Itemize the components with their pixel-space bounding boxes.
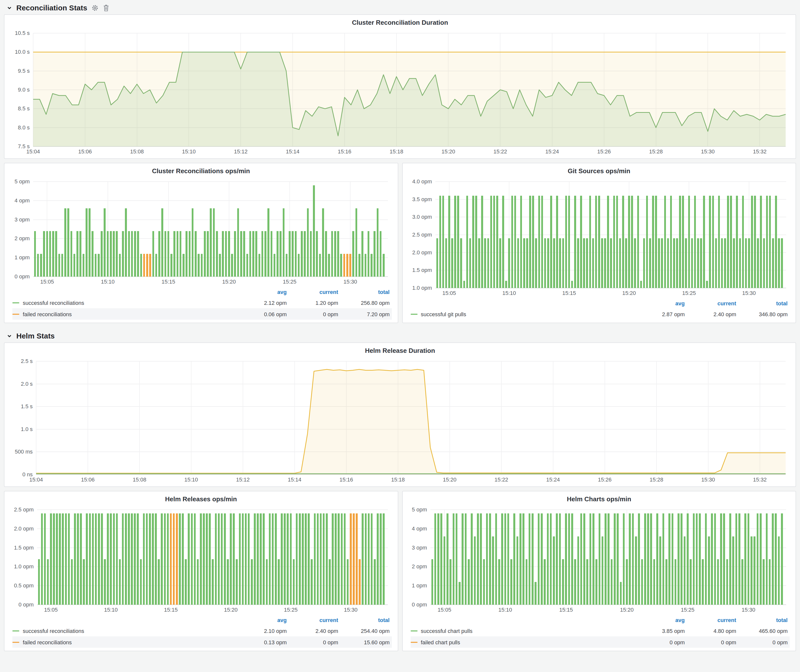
panel-git-sources-ops: Git Sources ops/min 1.0 opm1.5 opm2.0 op… [402,163,796,323]
svg-text:15:16: 15:16 [339,477,353,483]
section-title[interactable]: Reconciliation Stats [16,3,87,12]
legend-header-current[interactable]: current [289,289,340,295]
svg-text:15:30: 15:30 [701,477,715,483]
svg-text:2.0 opm: 2.0 opm [14,526,34,532]
svg-text:15:14: 15:14 [288,477,301,483]
trash-icon[interactable] [103,4,110,11]
legend-series-name[interactable]: successful git pulls [410,311,635,317]
legend-header-avg[interactable]: avg [635,300,687,306]
svg-text:1.5 opm: 1.5 opm [14,545,34,551]
legend-value-current: 4.80 opm [687,628,738,634]
svg-text:4 opm: 4 opm [14,197,30,204]
svg-text:15:18: 15:18 [391,477,405,483]
panel-helm-releases-ops: Helm Releases ops/min 0 opm0.5 opm1.0 op… [4,491,398,651]
panel-title[interactable]: Cluster Reconciliation Duration [10,17,790,28]
legend-value-total: 0 opm [738,639,790,645]
svg-text:15:30: 15:30 [343,278,357,285]
legend-header-avg[interactable]: avg [635,617,687,623]
svg-text:15:26: 15:26 [597,149,611,155]
legend-row-successful: successful git pulls 2.87 opm 2.40 opm 3… [410,308,790,320]
svg-text:15:28: 15:28 [650,477,663,483]
row-ops: Cluster Reconciliations ops/min 0 opm1 o… [4,163,796,323]
svg-text:15:22: 15:22 [493,149,507,155]
helm-charts-chart[interactable]: 0 opm1 opm2 opm3 opm4 opm5 opm15:0515:10… [407,505,790,614]
legend-value-total: 254.40 opm [340,628,392,634]
legend-header-avg[interactable]: avg [237,289,289,295]
legend-row-failed: failed reconciliations 0.06 opm 0 opm 7.… [12,308,392,320]
panel-cluster-reconciliations-ops: Cluster Reconciliations ops/min 0 opm1 o… [4,163,398,323]
svg-text:1 opm: 1 opm [412,582,427,589]
legend-value-avg: 2.10 opm [237,628,289,634]
legend-value-avg: 3.85 opm [635,628,687,634]
svg-text:5 opm: 5 opm [14,178,30,185]
svg-text:15:25: 15:25 [283,278,296,285]
svg-text:15:10: 15:10 [498,607,512,613]
legend-row-failed: failed chart pulls 0 opm 0 opm 0 opm [410,636,790,648]
legend-series-name[interactable]: failed reconciliations [12,639,237,645]
svg-text:5 opm: 5 opm [412,506,427,513]
legend-header-current[interactable]: current [687,617,738,623]
svg-text:15:16: 15:16 [338,149,351,155]
section-header-helm-stats[interactable]: Helm Stats [4,328,796,342]
cluster-ops-chart[interactable]: 0 opm1 opm2 opm3 opm4 opm5 opm15:0515:10… [10,177,393,286]
svg-text:15:10: 15:10 [182,149,196,155]
legend-header-total[interactable]: total [340,289,392,295]
svg-text:15:10: 15:10 [502,290,516,296]
svg-text:15:20: 15:20 [622,290,635,296]
legend-header-row: avg current total [410,615,790,625]
svg-text:15:12: 15:12 [234,149,248,155]
svg-text:3 opm: 3 opm [14,216,30,223]
panel-title[interactable]: Cluster Reconciliations ops/min [10,166,393,177]
svg-text:15:05: 15:05 [40,278,54,285]
panel-title[interactable]: Git Sources ops/min [407,166,790,177]
svg-text:500 ms: 500 ms [15,449,33,455]
svg-text:2 opm: 2 opm [412,563,427,570]
svg-text:15:30: 15:30 [742,290,755,296]
legend-row-successful: successful chart pulls 3.85 opm 4.80 opm… [410,625,790,636]
row-helm-ops: Helm Releases ops/min 0 opm0.5 opm1.0 op… [4,491,796,651]
gear-icon[interactable] [92,4,99,11]
dashboard: Reconciliation Stats Cluster Reconciliat… [0,0,800,672]
legend-series-name[interactable]: successful chart pulls [410,628,635,634]
svg-text:15:06: 15:06 [78,149,92,155]
svg-text:8.0 s: 8.0 s [18,125,30,131]
helm-releases-chart[interactable]: 0 opm0.5 opm1.0 opm1.5 opm2.0 opm2.5 opm… [10,505,393,614]
legend-header-total[interactable]: total [738,300,790,306]
svg-text:15:20: 15:20 [222,278,236,285]
svg-text:1.0 opm: 1.0 opm [14,563,34,570]
svg-text:15:08: 15:08 [133,477,146,483]
legend-header-row: avg current total [12,615,392,625]
svg-text:15:06: 15:06 [81,477,94,483]
svg-text:4.0 opm: 4.0 opm [412,178,432,185]
legend-value-total: 15.60 opm [340,639,392,645]
cluster-duration-chart[interactable]: 7.5 s8.0 s8.5 s9.0 s9.5 s10.0 s10.5 s15:… [10,28,790,156]
legend-header-current[interactable]: current [289,617,340,623]
series-color-marker [410,314,417,314]
svg-text:15:05: 15:05 [442,290,456,296]
legend-header-current[interactable]: current [687,300,738,306]
legend-series-name[interactable]: failed reconciliations [12,311,237,317]
svg-text:15:18: 15:18 [390,149,403,155]
git-sources-chart[interactable]: 1.0 opm1.5 opm2.0 opm2.5 opm3.0 opm3.5 o… [407,177,790,298]
legend-header-avg[interactable]: avg [237,617,289,623]
legend-header-total[interactable]: total [340,617,392,623]
legend-series-name[interactable]: failed chart pulls [410,639,635,645]
panel-title[interactable]: Helm Release Duration [10,346,790,356]
legend-series-name[interactable]: successful reconciliations [12,628,237,634]
legend-value-current: 2.40 opm [289,628,340,634]
svg-text:10.0 s: 10.0 s [15,49,30,55]
legend-row-successful: successful reconciliations 2.12 opm 1.20… [12,297,392,308]
panel-title[interactable]: Helm Charts ops/min [407,494,790,505]
section-header-reconciliation-stats[interactable]: Reconciliation Stats [4,0,796,14]
section-title[interactable]: Helm Stats [16,331,55,340]
svg-text:15:30: 15:30 [701,149,715,155]
svg-text:2.0 opm: 2.0 opm [412,250,432,256]
series-color-marker [12,630,19,631]
legend-series-name[interactable]: successful reconciliations [12,300,237,306]
helm-duration-chart[interactable]: 0 ns500 ms1.0 s1.5 s2.0 s2.5 s15:0415:06… [10,356,790,485]
panel-title[interactable]: Helm Releases ops/min [10,494,393,505]
svg-text:0.5 opm: 0.5 opm [14,582,34,589]
legend-value-current: 0 opm [687,639,738,645]
svg-text:15:25: 15:25 [284,607,298,613]
legend-header-total[interactable]: total [738,617,790,623]
